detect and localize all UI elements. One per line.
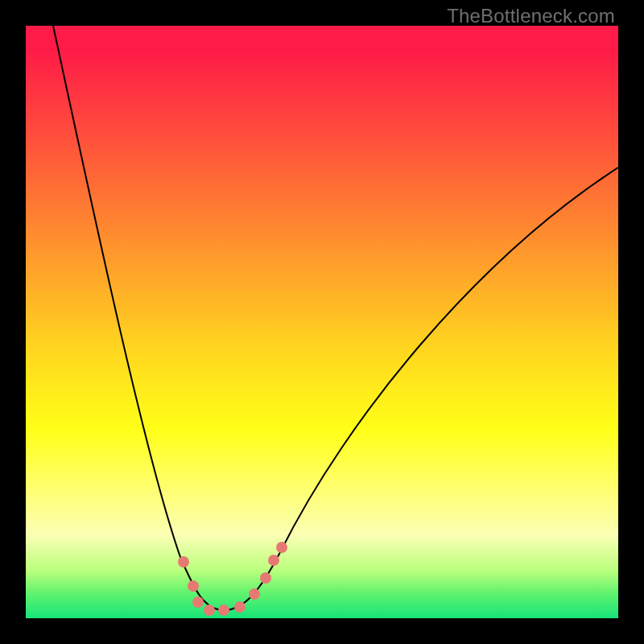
bottleneck-curve <box>26 26 618 618</box>
curve-marker <box>204 605 215 616</box>
curve-marker <box>192 597 204 608</box>
curve-path <box>53 26 618 610</box>
curve-marker <box>234 601 246 613</box>
curve-marker <box>260 572 271 584</box>
curve-marker <box>218 605 229 616</box>
curve-marker <box>249 588 260 600</box>
curve-marker <box>276 542 287 553</box>
watermark-text: TheBottleneck.com <box>447 5 615 27</box>
frame-bottom <box>0 618 644 644</box>
curve-marker <box>188 580 199 592</box>
chart-plot-area <box>26 26 618 618</box>
frame-right <box>618 0 644 644</box>
curve-marker <box>178 556 189 568</box>
curve-marker <box>268 555 279 566</box>
frame-left <box>0 0 26 644</box>
